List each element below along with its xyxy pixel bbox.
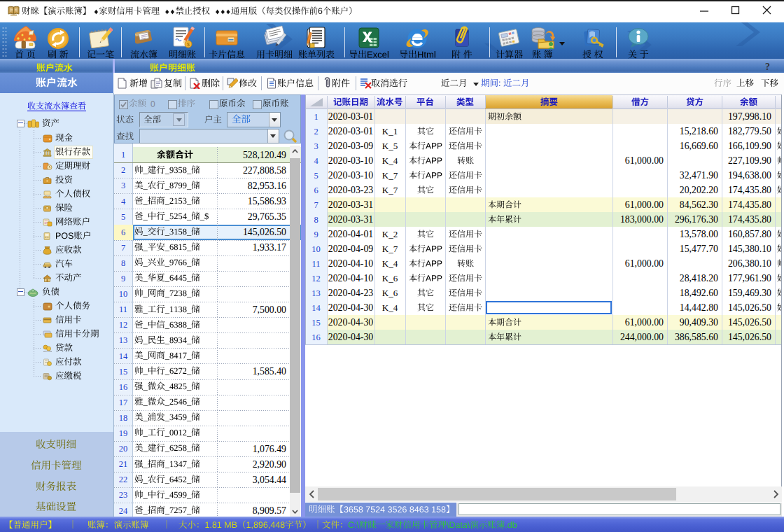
svg-text:$: $ xyxy=(187,42,190,47)
